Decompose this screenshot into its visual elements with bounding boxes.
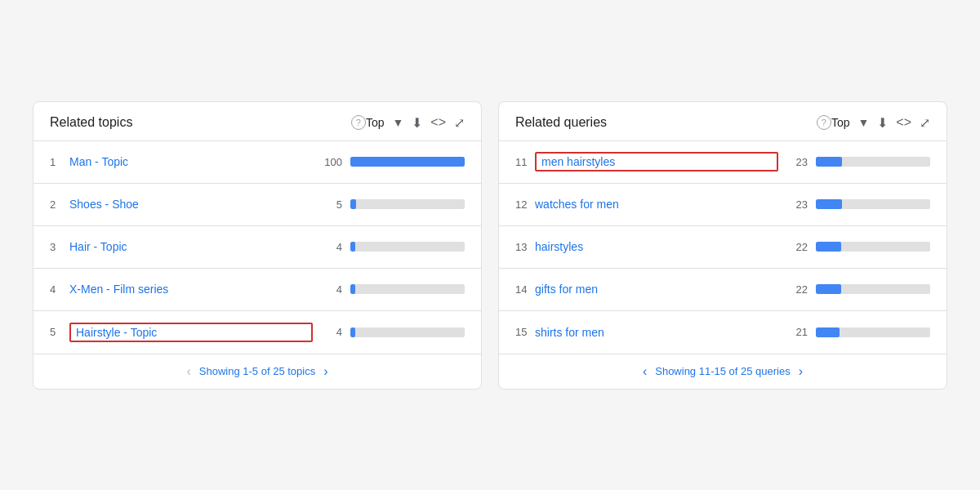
queries-header-controls: Top ▼ ⬇ <> ⤢	[831, 115, 930, 131]
table-row: 1Man - Topic100	[33, 141, 481, 184]
row-label[interactable]: Man - Topic	[69, 155, 313, 168]
bar-container	[816, 199, 930, 209]
row-label[interactable]: Hair - Topic	[69, 240, 313, 253]
row-number: 12	[515, 198, 535, 211]
bar-fill	[816, 199, 842, 209]
topics-help-icon[interactable]: ?	[351, 115, 366, 130]
main-container: Related topics ? Top ▼ ⬇ <> ⤢ 1Man - Top…	[16, 85, 964, 406]
row-number: 14	[515, 283, 535, 296]
topics-footer-text: Showing 1-5 of 25 topics	[199, 365, 315, 377]
bar-fill	[350, 284, 355, 294]
row-value: 4	[313, 241, 342, 253]
bar-container	[816, 284, 930, 294]
row-label[interactable]: gifts for men	[535, 283, 778, 296]
bar-container	[350, 199, 465, 209]
row-number: 11	[515, 156, 535, 168]
queries-help-icon[interactable]: ?	[817, 115, 831, 130]
topics-download-icon[interactable]: ⬇	[412, 115, 422, 131]
topics-card-title: Related topics	[50, 115, 346, 130]
row-label[interactable]: shirts for men	[535, 326, 778, 339]
queries-share-icon[interactable]: ⤢	[920, 115, 930, 131]
topics-dropdown-icon[interactable]: ▼	[392, 116, 403, 129]
bar-fill	[350, 242, 355, 252]
table-row: 15shirts for men21	[499, 311, 947, 354]
bar-fill	[816, 242, 841, 252]
bar-container	[816, 157, 930, 167]
row-number: 3	[50, 241, 69, 253]
row-number: 1	[50, 156, 69, 168]
row-number: 15	[515, 326, 535, 338]
table-row: 5Hairstyle - Topic4	[33, 311, 481, 354]
row-number: 4	[50, 283, 69, 296]
row-number: 2	[50, 198, 69, 211]
row-value: 100	[313, 156, 342, 168]
related-queries-card: Related queries ? Top ▼ ⬇ <> ⤢ 11men hai…	[498, 101, 947, 390]
row-label[interactable]: hairstyles	[535, 240, 778, 253]
queries-card-header: Related queries ? Top ▼ ⬇ <> ⤢	[499, 102, 947, 141]
queries-dropdown-icon[interactable]: ▼	[858, 116, 869, 129]
bar-fill	[816, 327, 840, 337]
bar-fill	[350, 327, 355, 337]
row-value: 22	[778, 241, 808, 253]
row-label[interactable]: watches for men	[535, 198, 778, 211]
row-value: 5	[313, 198, 342, 211]
row-value: 4	[313, 326, 342, 338]
row-value: 23	[778, 198, 808, 211]
row-number: 5	[50, 326, 69, 338]
queries-code-icon[interactable]: <>	[896, 115, 911, 130]
row-label[interactable]: X-Men - Film series	[69, 283, 313, 296]
queries-next-arrow[interactable]: ›	[799, 364, 803, 379]
topics-code-icon[interactable]: <>	[430, 115, 446, 130]
queries-prev-arrow[interactable]: ‹	[643, 364, 647, 379]
related-topics-card: Related topics ? Top ▼ ⬇ <> ⤢ 1Man - Top…	[33, 101, 482, 390]
table-row: 11men hairstyles23	[499, 141, 947, 184]
topics-rows: 1Man - Topic1002Shoes - Shoe53Hair - Top…	[33, 141, 481, 354]
queries-rows: 11men hairstyles2312watches for men2313h…	[499, 141, 947, 354]
table-row: 3Hair - Topic4	[33, 226, 481, 269]
row-value: 4	[313, 283, 342, 296]
queries-card-title: Related queries	[515, 115, 812, 130]
bar-fill	[350, 199, 356, 209]
bar-container	[816, 242, 930, 252]
queries-footer-text: Showing 11-15 of 25 queries	[655, 365, 791, 377]
table-row: 2Shoes - Shoe5	[33, 184, 481, 226]
topics-prev-arrow[interactable]: ‹	[186, 364, 190, 379]
row-label[interactable]: Hairstyle - Topic	[69, 323, 313, 342]
bar-container	[350, 242, 465, 252]
table-row: 14gifts for men22	[499, 269, 947, 311]
topics-share-icon[interactable]: ⤢	[454, 115, 465, 131]
table-row: 13hairstyles22	[499, 226, 947, 269]
row-value: 22	[778, 283, 808, 296]
table-row: 4X-Men - Film series4	[33, 269, 481, 311]
bar-fill	[350, 157, 465, 167]
row-value: 21	[778, 326, 808, 338]
bar-fill	[816, 157, 842, 167]
row-label[interactable]: men hairstyles	[535, 152, 778, 172]
topics-top-label: Top	[366, 116, 385, 129]
topics-card-header: Related topics ? Top ▼ ⬇ <> ⤢	[33, 102, 481, 141]
row-value: 23	[778, 156, 808, 168]
topics-header-controls: Top ▼ ⬇ <> ⤢	[366, 115, 465, 131]
table-row: 12watches for men23	[499, 184, 947, 226]
bar-container	[350, 157, 465, 167]
bar-container	[816, 327, 930, 337]
bar-fill	[816, 284, 841, 294]
queries-top-label: Top	[831, 116, 850, 129]
queries-download-icon[interactable]: ⬇	[877, 115, 888, 131]
bar-container	[350, 327, 465, 337]
topics-next-arrow[interactable]: ›	[323, 364, 327, 379]
row-label[interactable]: Shoes - Shoe	[69, 198, 313, 211]
topics-card-footer: ‹ Showing 1-5 of 25 topics ›	[33, 354, 481, 389]
row-number: 13	[515, 241, 535, 253]
bar-container	[350, 284, 465, 294]
queries-card-footer: ‹ Showing 11-15 of 25 queries ›	[499, 354, 947, 389]
